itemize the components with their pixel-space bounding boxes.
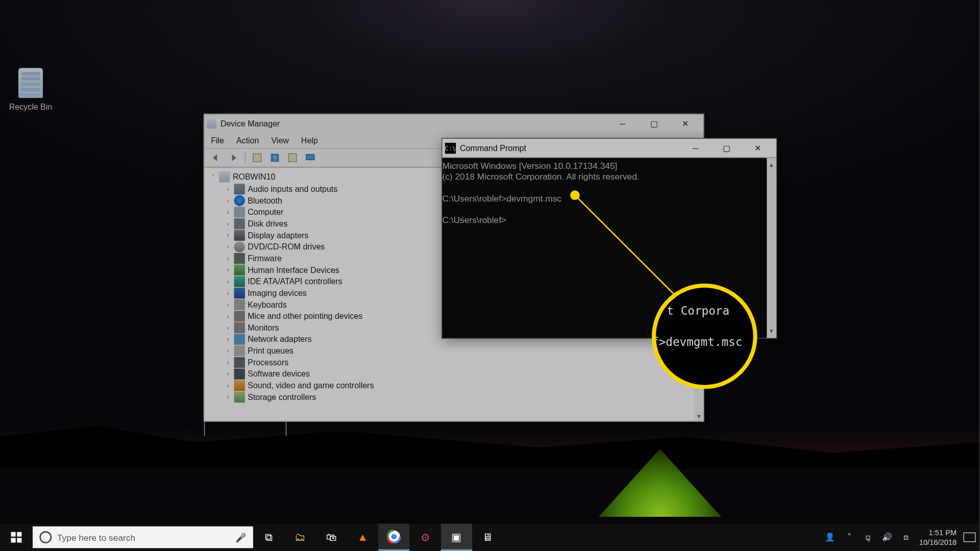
display-icon [234,230,245,240]
expand-icon[interactable]: › [225,347,231,355]
chrome-icon-svg [387,530,401,543]
file-explorer-icon[interactable]: 🗂 [284,523,315,550]
scroll-up-icon[interactable]: ▴ [769,158,775,171]
tray-chevron-icon[interactable]: ˄ [843,533,855,542]
scroll-down-icon[interactable]: ▾ [769,324,775,338]
cmd-output[interactable]: Microsoft Windows [Version 10.0.17134.34… [442,158,776,338]
back-button[interactable] [208,151,223,165]
expand-icon[interactable]: › [225,289,231,297]
task-view-button[interactable]: ⧉ [253,523,284,550]
expand-icon[interactable]: › [225,231,231,239]
command-prompt-window[interactable]: C:\ Command Prompt ─ ▢ ✕ Microsoft Windo… [442,138,777,339]
expand-icon[interactable]: › [225,208,231,216]
expand-icon[interactable]: › [225,382,231,389]
expand-icon[interactable]: › [225,358,231,366]
volume-icon[interactable]: 🔊 [881,533,893,542]
recycle-bin[interactable]: Recycle Bin [7,68,54,111]
chrome-icon[interactable] [378,523,409,550]
recycle-bin-icon [18,68,43,98]
expand-icon[interactable]: › [225,370,231,378]
monitor-icon [234,322,245,333]
start-button[interactable] [0,523,33,550]
keyboard-icon [234,299,245,310]
devmgr-titlebar[interactable]: Device Manager ─ ▢ ✕ [204,114,703,133]
storage-icon [234,391,245,402]
network-icon [234,334,245,344]
expand-icon[interactable]: › [225,266,231,273]
clock-time: 1:51 PM [919,528,957,537]
expand-icon[interactable]: › [225,196,231,204]
imaging-icon [234,287,245,298]
expand-icon[interactable]: › [225,220,231,228]
firmware-icon [234,253,245,263]
computer-icon [219,171,230,182]
tree-item-software[interactable]: ›Software devices [204,368,703,380]
menu-file[interactable]: File [211,136,224,146]
forward-button[interactable] [226,151,241,165]
desktop: Recycle Bin Device Manager ─ ▢ ✕ File Ac… [0,0,980,551]
monitor-button[interactable] [303,151,317,165]
vlc-icon[interactable]: ▲ [347,523,378,550]
properties-button[interactable] [250,151,264,165]
cmd-scrollbar[interactable]: ▴▾ [767,158,776,338]
expand-icon[interactable]: › [225,243,231,251]
scroll-down-icon[interactable]: ▾ [696,411,702,421]
tree-item-print[interactable]: ›Print queues [204,345,703,357]
svg-rect-3 [288,154,297,162]
maximize-button[interactable]: ▢ [638,114,669,133]
dvd-icon [234,241,245,252]
wallpaper-tent [599,449,721,517]
expand-icon[interactable]: › [225,324,231,332]
expand-icon[interactable]: › [225,185,231,193]
dropbox-icon[interactable]: ⧈ [900,533,912,542]
people-icon[interactable]: 👤 [824,533,836,542]
search-box[interactable]: Type here to search 🎤 [33,527,253,548]
tree-item-processors[interactable]: ›Processors [204,356,703,368]
clock[interactable]: 1:51 PM 10/16/2018 [919,528,957,546]
cmd-titlebar[interactable]: C:\ Command Prompt ─ ▢ ✕ [442,139,776,158]
expand-icon[interactable]: › [225,255,231,262]
terminal-icon[interactable]: ▣ [441,523,472,550]
minimize-button[interactable]: ─ [607,114,638,133]
scan-button[interactable] [285,151,300,165]
disk-icon [234,218,245,229]
cmd-title: Command Prompt [460,143,526,153]
svg-rect-0 [253,154,261,162]
expand-icon[interactable]: › [225,300,231,308]
status-bar [204,421,703,436]
tree-item-sound[interactable]: ›Sound, video and game controllers [204,380,703,391]
cortana-icon [39,531,52,543]
minimize-button[interactable]: ─ [680,138,711,157]
settings-gear-icon[interactable]: ⚙ [409,523,440,550]
network-icon[interactable]: ⚼ [862,533,874,542]
close-button[interactable]: ✕ [670,114,701,133]
tree-item-storage[interactable]: ›Storage controllers [204,391,703,403]
svg-text:?: ? [273,155,277,162]
cpu-icon [234,357,245,367]
system-tray[interactable]: 👤 ˄ ⚼ 🔊 ⧈ 1:51 PM 10/16/2018 [824,528,979,546]
devmgr-icon [207,119,216,129]
collapse-icon[interactable]: ˅ [210,173,216,181]
menu-help[interactable]: Help [301,136,318,146]
sound-icon [234,380,245,390]
recycle-bin-label: Recycle Bin [7,102,54,112]
help-button[interactable]: ? [267,151,282,165]
taskbar[interactable]: Type here to search 🎤 ⧉ 🗂 🛍 ▲ ⚙ ▣ 🖥 👤 ˄ … [0,523,980,550]
close-button[interactable]: ✕ [742,138,773,157]
mic-icon[interactable]: 🎤 [235,532,246,542]
maximize-button[interactable]: ▢ [711,138,742,157]
clock-date: 10/16/2018 [919,537,957,547]
svg-rect-4 [306,155,314,160]
svg-rect-8 [11,538,15,542]
device-manager-taskbar-icon[interactable]: 🖥 [472,523,503,550]
expand-icon[interactable]: › [225,335,231,343]
printer-icon [234,345,245,356]
menu-action[interactable]: Action [236,136,259,146]
windows-icon [11,532,21,542]
store-icon[interactable]: 🛍 [316,523,347,550]
expand-icon[interactable]: › [225,278,231,285]
menu-view[interactable]: View [271,136,288,146]
notifications-icon[interactable] [964,533,976,542]
expand-icon[interactable]: › [225,312,231,320]
expand-icon[interactable]: › [225,393,231,400]
